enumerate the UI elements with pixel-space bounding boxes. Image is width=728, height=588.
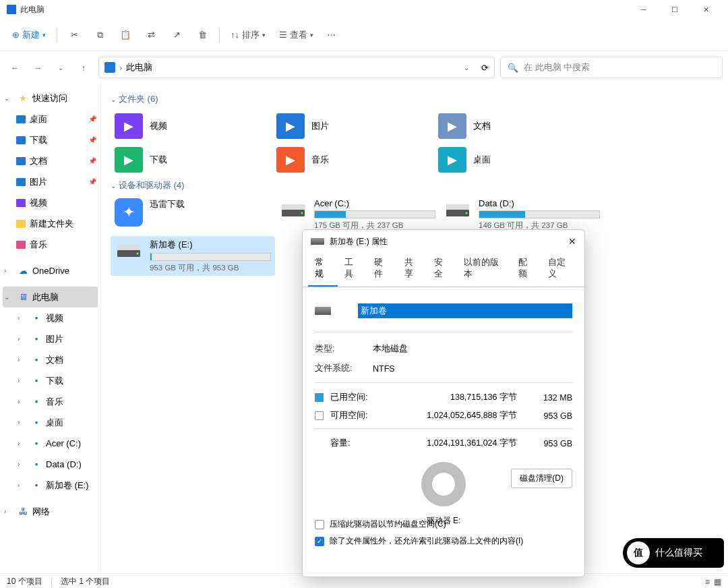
dialog-tab[interactable]: 工具 — [338, 253, 367, 287]
pin-icon: 📌 — [88, 157, 96, 165]
sidebar-item[interactable]: 视频 — [0, 192, 100, 213]
svg-point-2 — [301, 212, 303, 214]
svg-rect-1 — [282, 204, 305, 210]
capacity-bytes: 1,024,191,361,024 字节 — [382, 438, 532, 449]
pc-icon: 🖥 — [18, 292, 28, 303]
folder-icon: ▪ — [31, 355, 42, 365]
paste-button[interactable]: 📋 — [114, 24, 137, 46]
folder-icon: ▶ — [115, 113, 143, 139]
rename-button[interactable]: ⇄ — [140, 24, 162, 46]
cut-button[interactable]: ✂ — [63, 24, 86, 46]
drive-item[interactable]: 新加卷 (E:) 953 GB 可用，共 953 GB — [111, 236, 275, 276]
folder-icon — [16, 178, 26, 186]
chevron-right-icon: › — [18, 398, 27, 405]
watermark-logo: 值 — [627, 541, 650, 564]
pin-icon: 📌 — [88, 115, 96, 123]
close-button[interactable]: ✕ — [690, 0, 721, 19]
dialog-tab[interactable]: 自定义 — [541, 253, 579, 287]
up-button[interactable]: ↑ — [74, 58, 93, 77]
sidebar-item[interactable]: 图片📌 — [0, 171, 100, 192]
sidebar-item[interactable]: › ▪ Data (D:) — [0, 454, 100, 475]
cut-icon: ✂ — [68, 29, 80, 41]
sidebar-item[interactable]: 新建文件夹 — [0, 213, 100, 234]
folder-item[interactable]: ▶ 下载 — [111, 143, 272, 177]
sidebar-quick-access[interactable]: ⌄ ★ 快速访问 — [0, 88, 100, 109]
sidebar-item[interactable]: › ▪ 文档 — [0, 349, 100, 370]
dialog-tab[interactable]: 常规 — [308, 253, 338, 287]
index-checkbox-row[interactable]: ✓ 除了文件属性外，还允许索引此驱动器上文件的内容(I) — [315, 533, 572, 550]
chevron-right-icon: › — [18, 356, 27, 363]
svg-rect-7 — [117, 245, 140, 250]
folder-icon: ▪ — [31, 396, 42, 407]
dropdown-icon[interactable]: ⌄ — [464, 64, 469, 71]
sidebar-item[interactable]: 下载📌 — [0, 129, 100, 150]
chevron-right-icon: › — [18, 335, 27, 343]
filesystem: NTFS — [373, 364, 572, 374]
dialog-tab[interactable]: 配额 — [512, 253, 541, 287]
sidebar-item[interactable]: › ▪ 下载 — [0, 370, 100, 391]
dialog-tab[interactable]: 以前的版本 — [457, 253, 512, 287]
sort-button[interactable]: ↑↓ 排序 ▾ — [225, 24, 271, 46]
search-input[interactable]: 🔍 在 此电脑 中搜索 — [500, 57, 723, 78]
volume-name-input[interactable] — [358, 303, 572, 318]
chevron-right-icon: › — [4, 508, 13, 515]
drive-icon — [444, 198, 472, 224]
sidebar-item[interactable]: › ▪ 视频 — [0, 307, 100, 328]
new-button[interactable]: ⊕ 新建 ▾ — [7, 24, 51, 46]
compress-checkbox-row[interactable]: 压缩此驱动器以节约磁盘空间(C) — [315, 516, 572, 533]
folder-item[interactable]: ▶ 桌面 — [434, 143, 596, 177]
chevron-down-icon: ⌄ — [111, 182, 116, 189]
sidebar-this-pc[interactable]: ⌄ 🖥 此电脑 — [3, 287, 98, 307]
grid-view-button[interactable]: ▦ — [714, 577, 721, 587]
minimize-button[interactable]: ─ — [628, 0, 659, 19]
folder-item[interactable]: ▶ 视频 — [111, 109, 272, 143]
sidebar-network[interactable]: › 🖧 网络 — [0, 501, 100, 522]
back-button[interactable]: ← — [5, 58, 24, 77]
drive-item[interactable]: Data (D:) 146 GB 可用，共 237 GB — [439, 196, 604, 233]
sidebar-item[interactable]: 桌面📌 — [0, 109, 100, 129]
sidebar-item[interactable]: › ▪ 图片 — [0, 328, 100, 349]
sidebar-item[interactable]: › ▪ Acer (C:) — [0, 433, 100, 454]
forward-button[interactable]: → — [28, 58, 47, 77]
share-button[interactable]: ↗ — [165, 24, 188, 46]
sidebar-onedrive[interactable]: › ☁ OneDrive — [0, 260, 100, 281]
folder-item[interactable]: ▶ 图片 — [272, 109, 434, 143]
folder-item[interactable]: ▶ 音乐 — [272, 143, 434, 177]
free-size: 953 GB — [532, 411, 572, 421]
dialog-tab[interactable]: 安全 — [427, 253, 457, 287]
drives-header[interactable]: ⌄ 设备和驱动器 (4) — [111, 179, 719, 192]
delete-button[interactable]: 🗑 — [191, 24, 214, 46]
chevron-right-icon: › — [119, 63, 122, 73]
chevron-right-icon: › — [18, 314, 27, 322]
dialog-tab[interactable]: 硬件 — [367, 253, 397, 287]
copy-button[interactable]: ⧉ — [88, 24, 111, 46]
more-button[interactable]: ⋯ — [322, 24, 341, 46]
folder-icon — [16, 136, 26, 144]
checkbox-icon — [315, 520, 324, 529]
sidebar-item[interactable]: › ▪ 新加卷 (E:) — [0, 475, 100, 496]
search-placeholder: 在 此电脑 中搜索 — [524, 61, 590, 74]
sidebar-item[interactable]: › ▪ 桌面 — [0, 412, 100, 433]
network-icon: 🖧 — [18, 506, 28, 517]
usage-bar — [479, 210, 600, 218]
dialog-titlebar: 新加卷 (E:) 属性 ✕ — [303, 230, 584, 253]
drive-item-xunlei[interactable]: ✦ 迅雷下载 — [111, 196, 275, 233]
folder-item[interactable]: ▶ 文档 — [434, 109, 596, 143]
disk-cleanup-button[interactable]: 磁盘清理(D) — [511, 469, 572, 488]
list-view-button[interactable]: ≡ — [705, 577, 710, 587]
drive-item[interactable]: Acer (C:) 175 GB 可用，共 237 GB — [275, 196, 439, 233]
recent-button[interactable]: ⌄ — [51, 58, 70, 77]
maximize-button[interactable]: ☐ — [659, 0, 690, 19]
free-bytes: 1,024,052,645,888 字节 — [382, 410, 532, 421]
plus-icon: ⊕ — [12, 30, 20, 40]
dialog-tab[interactable]: 共享 — [398, 253, 427, 287]
refresh-button[interactable]: ⟳ — [481, 63, 489, 73]
sidebar-item[interactable]: 文档📌 — [0, 150, 100, 171]
view-button[interactable]: ☰ 查看 ▾ — [274, 24, 319, 46]
sidebar-item[interactable]: 音乐 — [0, 234, 100, 255]
breadcrumb[interactable]: 此电脑 — [126, 61, 152, 74]
sidebar-item[interactable]: › ▪ 音乐 — [0, 391, 100, 412]
folders-header[interactable]: ⌄ 文件夹 (6) — [111, 93, 719, 105]
address-bar[interactable]: › 此电脑 ⌄ ⟳ — [98, 57, 495, 78]
dialog-close-button[interactable]: ✕ — [568, 236, 576, 247]
